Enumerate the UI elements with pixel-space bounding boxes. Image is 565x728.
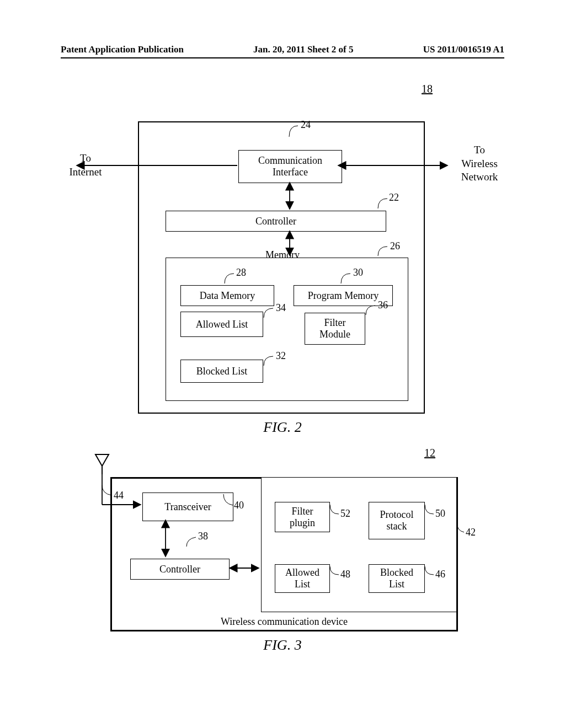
label-to-wireless: To Wireless Network — [452, 143, 507, 184]
ref-30: 30 — [353, 267, 363, 279]
ref-36: 36 — [378, 299, 388, 311]
ref-48: 48 — [340, 569, 350, 580]
ref-46: 46 — [435, 569, 445, 580]
controller-box: Controller — [166, 211, 386, 232]
ref-42: 42 — [466, 527, 476, 538]
header-rule — [61, 57, 504, 58]
controller3-box: Controller — [130, 559, 230, 580]
ref-22: 22 — [389, 192, 399, 204]
device-outer-box: Transceiver Controller Memory Filter plu… — [110, 477, 458, 631]
svg-marker-4 — [95, 454, 109, 466]
header-center: Jan. 20, 2011 Sheet 2 of 5 — [253, 44, 353, 55]
label-to-internet: To Internet — [63, 152, 108, 179]
blocked-list-box: Blocked List — [180, 360, 263, 383]
ref-26: 26 — [390, 240, 400, 252]
ref-38: 38 — [198, 531, 208, 542]
fig3-caption: FIG. 3 — [61, 637, 504, 654]
filter-plugin-box: Filter plugin — [275, 502, 330, 532]
fig2-caption: FIG. 2 — [61, 419, 504, 436]
ref-50: 50 — [435, 508, 445, 520]
antenna-icon — [91, 452, 113, 474]
figure-2: 18 To Internet To Wireless Network Commu… — [61, 83, 504, 436]
allowed-list-box: Allowed List — [180, 312, 263, 337]
header-left: Patent Application Publication — [61, 44, 184, 55]
ref-12: 12 — [424, 447, 435, 459]
protocol-stack-box: Protocol stack — [369, 502, 425, 539]
allowed-list3-box: Allowed List — [275, 564, 330, 593]
device-caption: Wireless communication device — [112, 616, 456, 628]
filter-module-box: Filter Module — [305, 313, 365, 345]
ref-28: 28 — [236, 267, 246, 279]
blocked-list3-box: Blocked List — [369, 564, 425, 593]
header-right: US 2011/0016519 A1 — [423, 44, 504, 55]
ref-40: 40 — [234, 500, 244, 511]
ref-44: 44 — [114, 490, 124, 501]
ref-52: 52 — [340, 508, 350, 520]
page: Patent Application Publication Jan. 20, … — [0, 0, 565, 728]
transceiver-box: Transceiver — [142, 493, 233, 521]
page-header: Patent Application Publication Jan. 20, … — [61, 44, 504, 55]
ref-24: 24 — [301, 119, 311, 131]
data-memory-box: Data Memory — [180, 285, 274, 306]
figure-3: 12 Transceiver Controller Memory Filter … — [61, 447, 504, 651]
ref-18: 18 — [422, 83, 433, 95]
communication-interface-box: Communication Interface — [238, 150, 342, 183]
ref-34: 34 — [276, 302, 286, 314]
server-outer-box: Communication Interface Controller Memor… — [138, 121, 425, 414]
ref-32: 32 — [276, 350, 286, 362]
